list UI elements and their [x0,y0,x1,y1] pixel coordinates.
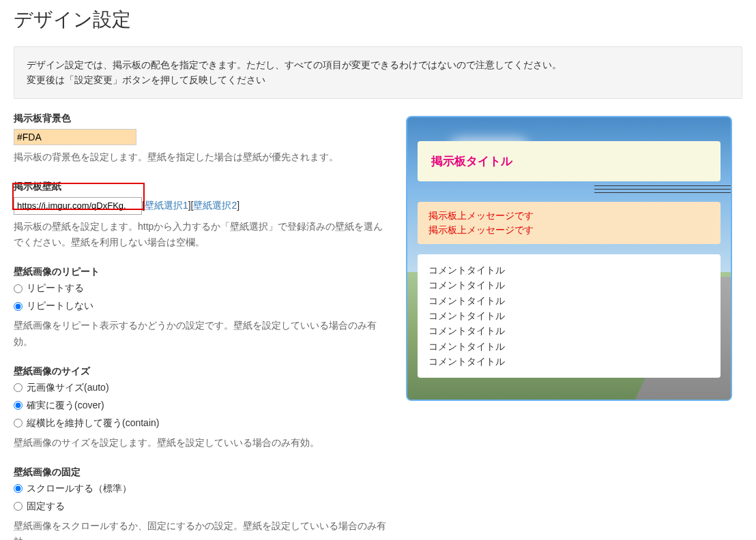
wallpaper-help: 掲示板の壁紙を設定します。httpから入力するか「壁紙選択」で登録済みの壁紙を選… [14,219,392,252]
attachment-opt-2[interactable]: 固定する [14,500,392,513]
size-help: 壁紙画像のサイズを設定します。壁紙を設定していいる場合のみ有効。 [14,435,392,451]
size-opt-2[interactable]: 確実に覆う(cover) [14,400,392,412]
preview-title-box: 掲示板タイトル [418,141,721,181]
bg-color-label: 掲示板背景色 [14,112,392,125]
attachment-radio-1[interactable] [14,484,23,493]
repeat-label: 壁紙画像のリピート [14,266,392,278]
size-opt-3-label: 縦横比を維持して覆う(contain) [27,417,159,430]
attachment-opt-1-label: スクロールする（標準） [27,483,132,495]
preview-message-box: 掲示板上メッセージです 掲示板上メッセージです [418,202,721,244]
repeat-opt-2-label: リピートしない [27,300,93,312]
attachment-opt-2-label: 固定する [27,500,65,513]
bg-color-help: 掲示板の背景色を設定します。壁紙を指定した場合は壁紙が優先されます。 [14,149,392,166]
size-opt-1[interactable]: 元画像サイズ(auto) [14,382,392,394]
attachment-opt-1[interactable]: スクロールする（標準） [14,483,392,495]
preview-comment: コメントタイトル [428,293,710,308]
preview-comment: コメントタイトル [428,323,710,338]
content-area: 掲示板背景色 掲示板の背景色を設定します。壁紙を指定した場合は壁紙が優先されます… [14,112,742,540]
page-title: デザイン設定 [14,7,742,33]
info-line-1: デザイン設定では、掲示板の配色を指定できます。ただし、すべての項目が変更できるわ… [27,57,729,72]
attachment-label: 壁紙画像の固定 [14,466,392,479]
repeat-opt-1[interactable]: リピートする [14,282,392,295]
size-opt-3[interactable]: 縦横比を維持して覆う(contain) [14,417,392,430]
preview-comment: コメントタイトル [428,262,710,278]
attachment-help: 壁紙画像をスクロールするか、固定にするかの設定。壁紙を設定していいる場合のみ有効… [14,518,392,540]
preview-msg-1: 掲示板上メッセージです [428,209,710,223]
size-label: 壁紙画像のサイズ [14,365,392,378]
page-container: デザイン設定 デザイン設定では、掲示板の配色を指定できます。ただし、すべての項目… [0,0,756,540]
repeat-field: 壁紙画像のリピート リピートする リピートしない 壁紙画像をリピート表示するかど… [14,266,392,350]
preview-powerline [594,189,731,190]
wallpaper-select-1-link[interactable]: 壁紙選択1 [145,200,188,211]
preview-comment: コメントタイトル [428,339,710,354]
size-radio-3[interactable] [14,419,23,427]
wallpaper-field: 掲示板壁紙 [壁紙選択1][壁紙選択2] 掲示板の壁紙を設定します。httpから… [14,181,392,252]
wallpaper-select-2-link[interactable]: 壁紙選択2 [193,200,237,211]
repeat-help: 壁紙画像をリピート表示するかどうかの設定です。壁紙を設定していいる場合のみ有効。 [14,318,392,350]
preview-box: 掲示板タイトル 掲示板上メッセージです 掲示板上メッセージです コメントタイトル… [406,116,732,401]
preview-title-text: 掲示板タイトル [431,153,707,169]
wallpaper-row: [壁紙選択1][壁紙選択2] [14,197,392,215]
repeat-opt-2[interactable]: リピートしない [14,300,392,312]
preview-comment-box: コメントタイトル コメントタイトル コメントタイトル コメントタイトル コメント… [418,254,721,378]
preview-comment: コメントタイトル [428,278,710,292]
wallpaper-input[interactable] [14,197,142,215]
preview-comment: コメントタイトル [428,308,710,323]
wallpaper-label: 掲示板壁紙 [14,181,392,193]
size-opt-1-label: 元画像サイズ(auto) [27,382,109,394]
preview-column: 掲示板タイトル 掲示板上メッセージです 掲示板上メッセージです コメントタイトル… [406,112,733,540]
size-opt-2-label: 確実に覆う(cover) [27,400,104,412]
wallpaper-links-wrap: [壁紙選択1][壁紙選択2] [142,200,239,212]
repeat-radio-2[interactable] [14,302,23,311]
preview-msg-2: 掲示板上メッセージです [428,223,710,237]
settings-column: 掲示板背景色 掲示板の背景色を設定します。壁紙を指定した場合は壁紙が優先されます… [14,112,392,540]
size-radio-1[interactable] [14,383,23,392]
attachment-radio-2[interactable] [14,502,23,511]
preview-powerline [594,185,731,186]
repeat-opt-1-label: リピートする [27,282,84,295]
size-radio-2[interactable] [14,401,23,410]
info-box: デザイン設定では、掲示板の配色を指定できます。ただし、すべての項目が変更できるわ… [14,46,742,99]
bg-color-field: 掲示板背景色 掲示板の背景色を設定します。壁紙を指定した場合は壁紙が優先されます… [14,112,392,166]
size-field: 壁紙画像のサイズ 元画像サイズ(auto) 確実に覆う(cover) 縦横比を維… [14,365,392,451]
preview-powerline [594,192,731,193]
attachment-field: 壁紙画像の固定 スクロールする（標準） 固定する 壁紙画像をスクロールするか、固… [14,466,392,540]
info-line-2: 変更後は「設定変更」ボタンを押して反映してください [27,72,729,87]
preview-comment: コメントタイトル [428,354,710,369]
repeat-radio-1[interactable] [14,284,23,293]
bg-color-input[interactable] [14,129,136,145]
